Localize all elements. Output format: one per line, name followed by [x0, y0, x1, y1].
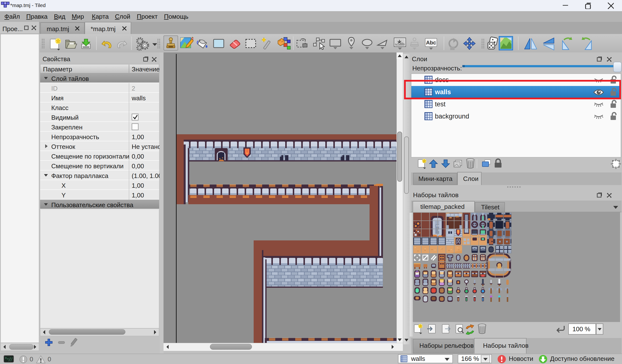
svg-text:Abc: Abc	[426, 39, 436, 46]
